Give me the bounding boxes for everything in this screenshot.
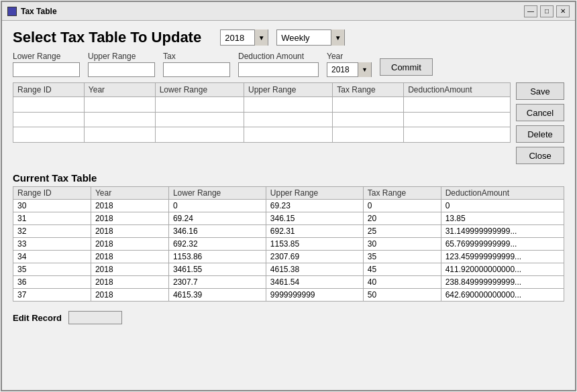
cell: 2018 — [91, 200, 168, 212]
cell — [244, 97, 333, 113]
cell — [155, 112, 244, 127]
table-row[interactable] — [13, 127, 511, 143]
table-row[interactable]: 322018346.16692.312531.149999999999... — [13, 225, 564, 238]
top-col-tax-range: Tax Range — [333, 83, 404, 97]
minimize-button[interactable]: — — [524, 5, 537, 17]
cell — [404, 112, 511, 127]
frequency-dropdown[interactable]: Weekly ▼ — [276, 29, 345, 46]
title-controls: — □ ✕ — [524, 5, 570, 17]
window-title: Tax Table — [21, 7, 57, 16]
cell — [404, 127, 511, 143]
cell: 3461.55 — [168, 263, 266, 276]
cell: 2018 — [91, 276, 168, 289]
page-title: Select Tax Table To Update — [13, 29, 201, 46]
table-row[interactable]: 3620182307.73461.5440238.849999999999... — [13, 276, 564, 289]
bottom-table: Range ID Year Lower Range Upper Range Ta… — [13, 186, 564, 302]
table-row[interactable] — [13, 97, 511, 113]
save-button[interactable]: Save — [516, 82, 564, 100]
table-row[interactable]: 3720184615.39999999999950642.69000000000… — [13, 289, 564, 302]
window-icon — [7, 7, 17, 16]
cell: 346.16 — [168, 225, 266, 238]
edit-record-label: Edit Record — [13, 313, 62, 323]
tax-label: Tax — [163, 52, 230, 61]
top-table: Range ID Year Lower Range Upper Range Ta… — [13, 82, 511, 143]
close-button[interactable]: Close — [516, 147, 564, 164]
cell: 2018 — [91, 251, 168, 263]
cell: 2307.69 — [266, 251, 363, 263]
cell: 0 — [441, 200, 564, 212]
cell: 13.85 — [441, 212, 564, 225]
table-row[interactable]: 31201869.24346.152013.85 — [13, 212, 564, 225]
year-dropdown[interactable]: 2018 ▼ — [220, 29, 268, 46]
header-row: Select Tax Table To Update 2018 ▼ Weekly… — [13, 29, 564, 46]
cell: 3461.54 — [266, 276, 363, 289]
cell — [84, 127, 155, 143]
cell: 238.849999999999... — [441, 276, 564, 289]
top-col-year: Year — [84, 83, 155, 97]
cell: 69.24 — [168, 212, 266, 225]
delete-button[interactable]: Delete — [516, 125, 564, 143]
main-window: Tax Table — □ ✕ Select Tax Table To Upda… — [1, 1, 576, 391]
close-window-button[interactable]: ✕ — [556, 5, 570, 17]
year-field-dropdown[interactable]: 2018 ▼ — [327, 62, 372, 77]
top-col-deduction-amount: DeductionAmount — [404, 83, 511, 97]
deduction-amount-input[interactable] — [238, 62, 319, 77]
cell — [155, 97, 244, 113]
cell: 2018 — [91, 289, 168, 302]
current-tax-table-title: Current Tax Table — [13, 172, 564, 184]
cell: 1153.85 — [266, 238, 363, 251]
cell — [155, 127, 244, 143]
maximize-button[interactable]: □ — [540, 5, 554, 17]
cell: 37 — [13, 289, 91, 302]
main-area: Range ID Year Lower Range Upper Range Ta… — [13, 82, 564, 164]
cell: 35 — [13, 263, 91, 276]
lower-range-label: Lower Range — [13, 52, 80, 61]
cell — [84, 97, 155, 113]
title-bar: Tax Table — □ ✕ — [2, 2, 575, 21]
frequency-dropdown-value: Weekly — [277, 33, 331, 43]
cell: 4615.39 — [168, 289, 266, 302]
cell: 36 — [13, 276, 91, 289]
cell: 20 — [363, 212, 441, 225]
bot-col-lower-range: Lower Range — [168, 187, 266, 200]
lower-range-input[interactable] — [13, 62, 80, 77]
cell — [244, 127, 333, 143]
frequency-dropdown-container: Weekly ▼ — [276, 29, 345, 46]
top-col-upper-range: Upper Range — [244, 83, 333, 97]
table-row[interactable]: 3420181153.862307.6935123.459999999999..… — [13, 251, 564, 263]
table-row[interactable]: 302018069.2300 — [13, 200, 564, 212]
commit-button[interactable]: Commit — [380, 58, 433, 76]
top-col-range-id: Range ID — [13, 83, 85, 97]
content-area: Select Tax Table To Update 2018 ▼ Weekly… — [2, 21, 575, 390]
cell: 692.31 — [266, 225, 363, 238]
tax-input[interactable] — [163, 62, 230, 77]
top-col-lower-range: Lower Range — [155, 83, 244, 97]
bot-col-year: Year — [91, 187, 168, 200]
cell: 31.149999999999... — [441, 225, 564, 238]
table-row[interactable] — [13, 112, 511, 127]
tax-field: Tax — [163, 52, 230, 77]
cell: 45 — [363, 263, 441, 276]
cell: 25 — [363, 225, 441, 238]
edit-record-input[interactable] — [68, 311, 122, 324]
year-label: Year — [327, 52, 372, 61]
cell: 69.23 — [266, 200, 363, 212]
table-row[interactable]: 332018692.321153.853065.769999999999... — [13, 238, 564, 251]
cancel-button[interactable]: Cancel — [516, 104, 564, 121]
cell — [244, 112, 333, 127]
table-row[interactable]: 3520183461.554615.3845411.920000000000..… — [13, 263, 564, 276]
cell: 2018 — [91, 225, 168, 238]
cell — [13, 127, 85, 143]
top-table-section: Range ID Year Lower Range Upper Range Ta… — [13, 82, 511, 164]
cell: 65.769999999999... — [441, 238, 564, 251]
year-field-arrow[interactable]: ▼ — [358, 62, 371, 77]
cell: 346.15 — [266, 212, 363, 225]
frequency-dropdown-arrow[interactable]: ▼ — [331, 29, 344, 46]
year-dropdown-arrow[interactable]: ▼ — [254, 29, 268, 46]
bot-col-tax-range: Tax Range — [363, 187, 441, 200]
cell — [333, 97, 404, 113]
upper-range-input[interactable] — [88, 62, 155, 77]
cell — [333, 112, 404, 127]
cell: 30 — [13, 200, 91, 212]
cell: 50 — [363, 289, 441, 302]
